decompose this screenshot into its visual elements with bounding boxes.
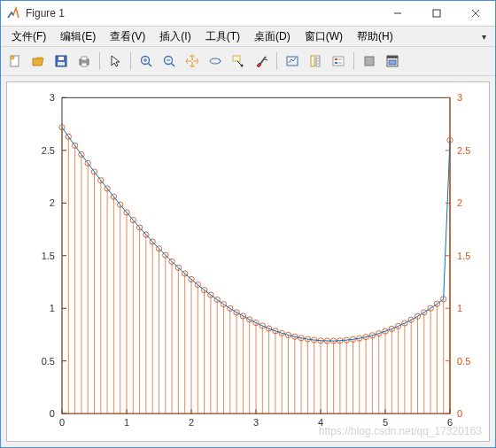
menubar: 文件(F) 编辑(E) 查看(V) 插入(I) 工具(T) 桌面(D) 窗口(W… [1,27,495,46]
close-button[interactable] [456,1,495,26]
toolbar-separator [353,52,354,70]
svg-text:0: 0 [50,408,55,419]
svg-point-5 [11,56,14,59]
toolbar [1,46,495,76]
hide-tools-button[interactable] [359,50,380,72]
svg-rect-8 [58,62,65,66]
svg-rect-7 [58,57,64,60]
legend-button[interactable] [328,50,349,72]
window-buttons [378,1,495,26]
svg-text:2.5: 2.5 [457,145,470,156]
svg-text:2: 2 [457,197,462,208]
menu-tools[interactable]: 工具(T) [198,27,247,46]
svg-line-17 [172,64,175,67]
svg-rect-1 [433,10,440,17]
titlebar: Figure 1 [1,1,495,27]
svg-text:1: 1 [124,417,129,428]
svg-text:2.5: 2.5 [42,145,55,156]
colorbar-button[interactable] [305,50,326,72]
figure-window: Figure 1 文件(F) 编辑(E) 查看(V) 插入(I) 工具(T) 桌… [0,0,496,448]
svg-rect-10 [81,57,87,60]
svg-text:3: 3 [457,92,462,103]
svg-rect-38 [389,60,396,65]
toolbar-separator [276,52,277,70]
svg-text:4: 4 [318,417,323,428]
menu-overflow-icon[interactable]: ▾ [477,32,492,42]
svg-rect-20 [233,56,240,61]
pointer-button[interactable] [105,50,126,72]
svg-text:0: 0 [457,408,462,419]
svg-rect-30 [333,57,344,66]
menu-file[interactable]: 文件(F) [4,27,53,46]
rotate3d-button[interactable] [205,50,226,72]
svg-line-13 [149,64,152,67]
matlab-icon [6,6,20,20]
svg-text:1.5: 1.5 [457,251,470,261]
svg-text:0.5: 0.5 [457,356,470,367]
svg-text:3: 3 [253,417,259,428]
minimize-button[interactable] [378,1,417,26]
svg-text:1: 1 [457,303,462,313]
svg-rect-35 [365,57,374,66]
svg-rect-25 [311,56,314,66]
svg-text:2: 2 [50,197,55,208]
save-button[interactable] [50,50,72,72]
svg-text:6: 6 [447,417,453,428]
figure-area: 012345600.511.522.5300.511.522.53 https:… [1,76,495,447]
brush-button[interactable] [251,50,272,72]
svg-rect-11 [81,63,87,66]
print-button[interactable] [74,50,95,72]
datacursor-button[interactable] [228,50,249,72]
menu-edit[interactable]: 编辑(E) [53,27,103,46]
zoom-out-button[interactable] [159,50,180,72]
dock-button[interactable] [382,50,403,72]
svg-text:2: 2 [189,417,194,428]
svg-rect-37 [387,56,398,58]
svg-text:0: 0 [59,417,65,428]
maximize-button[interactable] [417,1,456,26]
menu-desktop[interactable]: 桌面(D) [247,27,298,46]
open-button[interactable] [27,50,49,72]
menu-view[interactable]: 查看(V) [103,27,152,46]
toolbar-separator [130,52,131,70]
axes[interactable]: 012345600.511.522.5300.511.522.53 https:… [6,81,490,442]
zoom-in-button[interactable] [136,50,157,72]
svg-text:1.5: 1.5 [42,251,55,261]
svg-text:5: 5 [383,417,388,428]
menu-insert[interactable]: 插入(I) [152,27,198,46]
pan-button[interactable] [182,50,203,72]
menu-help[interactable]: 帮助(H) [350,27,400,46]
svg-line-23 [260,57,266,64]
svg-text:0.5: 0.5 [42,356,55,367]
svg-text:1: 1 [50,303,55,313]
svg-text:3: 3 [50,92,55,103]
menu-window[interactable]: 窗口(W) [298,27,350,46]
svg-point-22 [241,65,244,67]
svg-line-21 [237,61,241,65]
new-figure-button[interactable] [4,50,26,72]
link-button[interactable] [282,50,303,72]
plot-svg: 012345600.511.522.5300.511.522.53 [7,82,489,441]
window-title: Figure 1 [26,7,378,19]
toolbar-separator [99,52,100,70]
